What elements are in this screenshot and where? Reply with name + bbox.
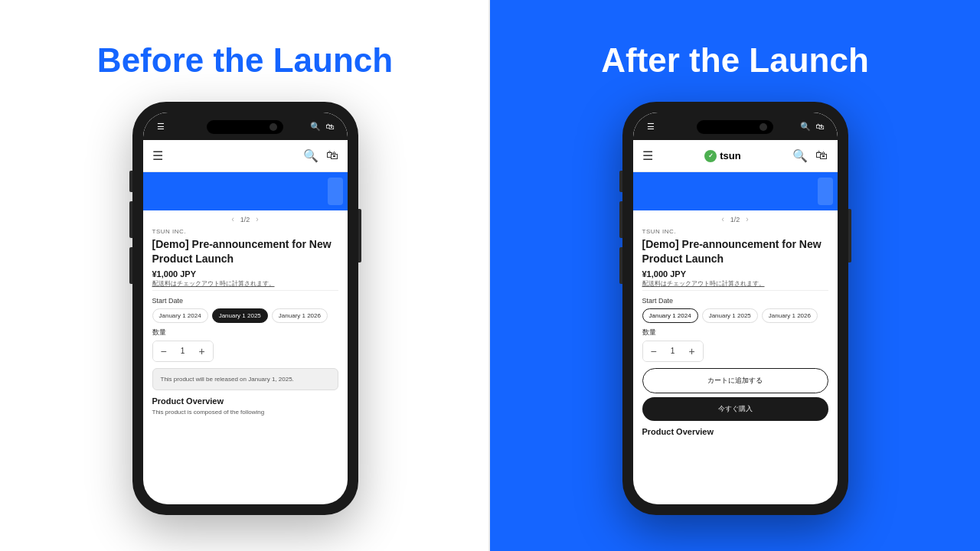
right-front-camera — [760, 123, 767, 131]
left-phone-mockup: ☰ 🔍 🛍 ☰ 🔍 🛍 — [132, 102, 358, 515]
right-nav-cart-icon: 🛍 — [815, 148, 828, 163]
date-btn-2024-left[interactable]: January 1 2024 — [152, 308, 208, 323]
phone-power-button — [358, 209, 361, 262]
product-price-right: ¥1,000 JPY — [642, 269, 828, 279]
notch-right-icons: 🔍 🛍 — [310, 122, 334, 132]
hamburger-icon-left: ☰ — [152, 148, 163, 163]
right-nav-search-icon: 🔍 — [792, 148, 808, 163]
cart-icon: 🛍 — [325, 122, 334, 131]
carousel-next-right[interactable]: › — [746, 215, 748, 223]
nav-logo-text-right: tsun — [720, 150, 740, 161]
carousel-prev-left[interactable]: ‹ — [231, 215, 234, 223]
shipping-text-left: はチェックアウト時に計算されます。 — [171, 280, 275, 287]
hamburger-icon-right: ☰ — [642, 148, 653, 163]
date-btn-2024-right[interactable]: January 1 2024 — [642, 308, 698, 323]
right-phone-screen: ☰ 🔍 🛍 ☰ ✓ tsun 🔍 🛍 — [633, 112, 838, 504]
carousel-indicator-right: 1/2 — [730, 216, 740, 223]
hero-banner-left — [143, 172, 348, 210]
hero-banner-right — [633, 172, 838, 210]
qty-value-left: 1 — [175, 347, 191, 355]
product-price-left: ¥1,000 JPY — [152, 269, 338, 279]
shop-nav-left: ☰ 🔍 🛍 — [143, 140, 348, 172]
date-options-left: January 1 2024 January 1 2025 January 1 … — [152, 308, 338, 323]
right-notch-left-icon: ☰ — [647, 122, 655, 132]
hero-tab-right — [818, 178, 833, 205]
start-date-label-left: Start Date — [152, 297, 338, 305]
after-launch-title: After the Launch — [601, 42, 869, 79]
qty-value-right: 1 — [665, 347, 681, 355]
product-content-right: TSUN INC. [Demo] Pre-announcement for Ne… — [633, 228, 838, 504]
qty-label-left: 数量 — [152, 328, 338, 337]
product-title-left: [Demo] Pre-announcement for New Product … — [152, 237, 338, 265]
carousel-controls-right: ‹ 1/2 › — [633, 210, 838, 228]
before-launch-title: Before the Launch — [97, 42, 393, 79]
phone-silent-button — [129, 171, 132, 192]
nav-search-icon: 🔍 — [303, 148, 318, 163]
product-content-left: TSUN INC. [Demo] Pre-announcement for Ne… — [143, 228, 348, 504]
date-btn-2025-left[interactable]: January 1 2025 — [212, 308, 268, 323]
qty-plus-left[interactable]: + — [191, 341, 213, 361]
phone-volume-up-button — [129, 201, 132, 238]
qty-minus-left[interactable]: − — [153, 341, 175, 361]
date-btn-2026-right[interactable]: January 1 2026 — [762, 308, 818, 323]
pre-release-text-left: This product will be released on January… — [161, 376, 294, 383]
notch-left-icon: ☰ — [157, 122, 165, 132]
qty-label-right: 数量 — [642, 328, 828, 337]
pre-release-message-left: This product will be released on January… — [152, 368, 338, 390]
product-overview-title-left: Product Overview — [152, 396, 338, 406]
qty-minus-right[interactable]: − — [643, 341, 665, 361]
nav-cart-icon: 🛍 — [326, 148, 338, 163]
right-phone-volume-down-button — [619, 247, 622, 284]
product-overview-text-left: This product is composed of the followin… — [152, 408, 338, 416]
start-date-label-right: Start Date — [642, 297, 828, 305]
qty-control-right: − 1 + — [642, 341, 704, 362]
product-overview-title-right: Product Overview — [642, 427, 828, 436]
shipping-text-right: はチェックアウト時に計算されます。 — [661, 280, 765, 287]
right-search-icon: 🔍 — [800, 122, 811, 132]
carousel-indicator-left: 1/2 — [240, 216, 250, 223]
add-to-cart-button[interactable]: カートに追加する — [642, 368, 828, 393]
right-notch-right-icons: 🔍 🛍 — [800, 122, 824, 132]
right-phone-power-button — [848, 209, 851, 262]
left-phone-screen: ☰ 🔍 🛍 ☰ 🔍 🛍 — [143, 112, 348, 504]
shipping-link-right: 配送料 — [642, 280, 661, 287]
carousel-prev-right[interactable]: ‹ — [721, 215, 724, 223]
carousel-next-left[interactable]: › — [256, 215, 258, 223]
phone-notch: ☰ 🔍 🛍 — [143, 112, 348, 140]
qty-control-left: − 1 + — [152, 341, 214, 362]
buy-now-button[interactable]: 今すぐ購入 — [642, 397, 828, 421]
right-cart-icon: 🛍 — [815, 122, 824, 131]
hero-tab-left — [328, 178, 343, 205]
search-icon: 🔍 — [310, 122, 321, 132]
product-shipping-left: 配送料はチェックアウト時に計算されます。 — [152, 280, 338, 291]
nav-logo-right: ✓ tsun — [704, 150, 740, 162]
shipping-link-left: 配送料 — [152, 280, 171, 287]
shop-nav-right: ☰ ✓ tsun 🔍 🛍 — [633, 140, 838, 172]
right-phone-silent-button — [619, 171, 622, 192]
right-panel: After the Launch ☰ 🔍 🛍 ☰ — [490, 0, 980, 551]
left-panel: Before the Launch ☰ 🔍 🛍 ☰ — [0, 0, 490, 551]
product-title-right: [Demo] Pre-announcement for New Product … — [642, 237, 828, 265]
date-btn-2026-left[interactable]: January 1 2026 — [272, 308, 328, 323]
date-options-right: January 1 2024 January 1 2025 January 1 … — [642, 308, 828, 323]
product-brand-right: TSUN INC. — [642, 228, 828, 235]
date-btn-2025-right[interactable]: January 1 2025 — [702, 308, 758, 323]
phone-volume-down-button — [129, 247, 132, 284]
nav-right-icons-right: 🔍 🛍 — [792, 148, 828, 163]
right-phone-notch-bar — [697, 120, 773, 134]
right-phone-volume-up-button — [619, 201, 622, 238]
qty-plus-right[interactable]: + — [681, 341, 703, 361]
nav-right-icons-left: 🔍 🛍 — [303, 148, 338, 163]
product-shipping-right: 配送料はチェックアウト時に計算されます。 — [642, 280, 828, 291]
carousel-controls-left: ‹ 1/2 › — [143, 210, 348, 228]
front-camera — [270, 123, 277, 131]
right-phone-mockup: ☰ 🔍 🛍 ☰ ✓ tsun 🔍 🛍 — [622, 102, 848, 515]
tsun-logo-icon: ✓ — [704, 150, 717, 162]
phone-notch-bar — [207, 120, 283, 134]
product-brand-left: TSUN INC. — [152, 228, 338, 235]
right-phone-notch: ☰ 🔍 🛍 — [633, 112, 838, 140]
